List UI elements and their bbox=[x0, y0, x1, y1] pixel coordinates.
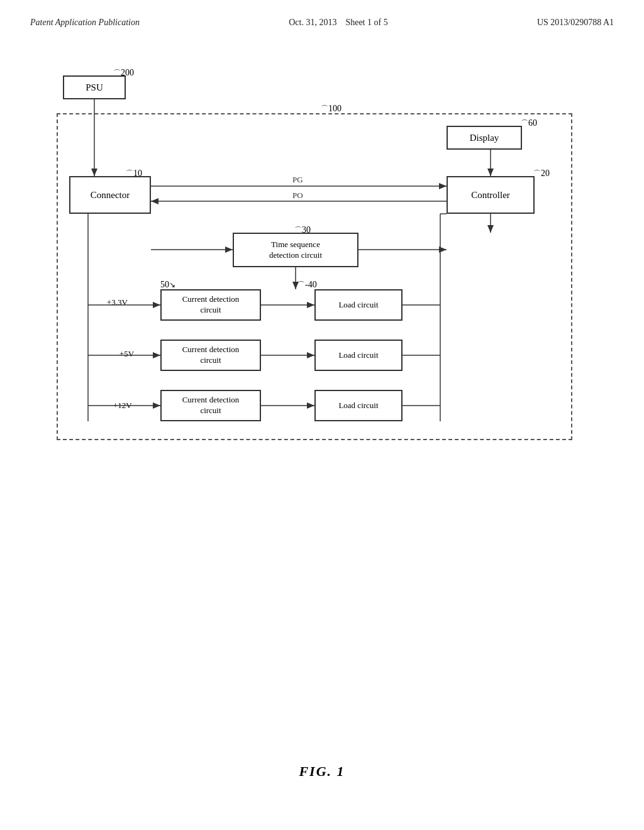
figure-label: FIG. 1 bbox=[299, 763, 345, 780]
label-40: ⌒-40 bbox=[297, 280, 317, 290]
header-publication: Patent Application Publication bbox=[30, 18, 140, 28]
label-10: ⌒10 bbox=[126, 169, 142, 179]
connector-box: Connector bbox=[69, 176, 151, 214]
v-label-5: +5V bbox=[119, 349, 134, 359]
label-100: ⌒100 bbox=[321, 104, 341, 114]
controller-box: Controller bbox=[447, 176, 535, 214]
label-20: ⌒20 bbox=[533, 169, 550, 179]
display-box: Display bbox=[447, 126, 522, 150]
load-box-3: Load circuit bbox=[314, 390, 402, 421]
label-60: ⌒60 bbox=[521, 118, 537, 129]
psu-box: PSU bbox=[63, 75, 126, 99]
header-patent-number: US 2013/0290788 A1 bbox=[537, 18, 614, 28]
diagram-area: PSU ⌒200 ⌒100 Display ⌒60 Controller ⌒20… bbox=[50, 63, 591, 503]
timeseq-box: Time sequence detection circuit bbox=[233, 233, 358, 267]
label-50: 50↘ bbox=[160, 280, 175, 290]
current-box-2: Current detection circuit bbox=[160, 340, 261, 371]
load-box-2: Load circuit bbox=[314, 340, 402, 371]
label-30: ⌒30 bbox=[294, 225, 311, 236]
label-200: ⌒200 bbox=[113, 68, 134, 79]
current-box-1: Current detection circuit bbox=[160, 289, 261, 321]
load-box-1: Load circuit bbox=[314, 289, 402, 321]
v-label-12: +12V bbox=[113, 401, 132, 411]
header: Patent Application Publication Oct. 31, … bbox=[0, 0, 644, 28]
v-label-33: +3.3V bbox=[107, 297, 128, 307]
current-box-3: Current detection circuit bbox=[160, 390, 261, 421]
header-date-sheet: Oct. 31, 2013 Sheet 1 of 5 bbox=[289, 18, 387, 28]
